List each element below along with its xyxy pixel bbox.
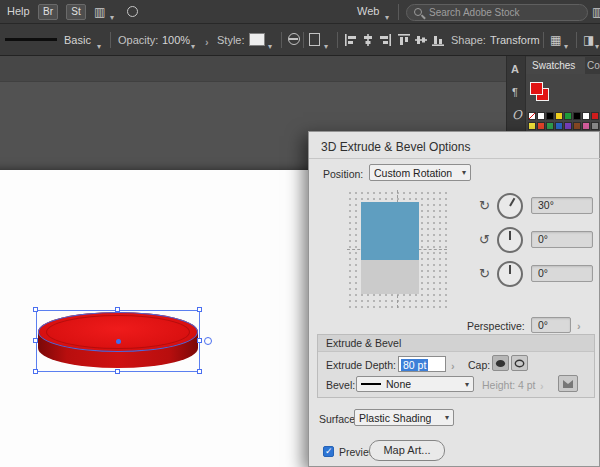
extrude-depth-chevron-icon[interactable] [451, 356, 455, 374]
globe-icon[interactable] [288, 33, 300, 45]
height-chevron-icon [540, 376, 544, 394]
dial-needle [509, 265, 511, 274]
selection-center-point[interactable] [116, 339, 121, 344]
selection-handle[interactable] [197, 338, 202, 343]
swatch[interactable] [546, 122, 554, 130]
stock-search-box[interactable] [406, 4, 588, 21]
align-bottom-icon[interactable] [431, 33, 445, 47]
rotate-y-field[interactable]: 0° [531, 231, 593, 248]
swatch[interactable] [564, 122, 572, 130]
expand-options-icon[interactable] [205, 32, 209, 50]
swatch[interactable] [546, 112, 554, 120]
bevel-select[interactable]: None ▾ [356, 376, 474, 392]
swatch[interactable] [564, 112, 572, 120]
sync-status-icon[interactable] [127, 6, 138, 17]
character-panel-icon[interactable]: A [511, 63, 519, 75]
constrain-icon[interactable]: ▦ [550, 34, 561, 46]
cap-label: Cap: [468, 359, 490, 371]
rotation-track-area[interactable] [347, 190, 447, 308]
selection-handle[interactable] [115, 369, 120, 374]
swatch[interactable] [537, 112, 545, 120]
opacity-chevron-icon[interactable] [191, 35, 195, 53]
height-value: 4 pt [518, 379, 536, 391]
selection-handle[interactable] [197, 369, 202, 374]
divider [281, 32, 282, 48]
selection-handle[interactable] [115, 307, 120, 312]
extrude-bevel-group: Extrude & Bevel Extrude Depth: 80 pt Cap… [317, 334, 595, 398]
group-title: Extrude & Bevel [326, 337, 401, 349]
cap-on-button[interactable] [492, 355, 509, 371]
search-input[interactable] [427, 5, 582, 20]
align-right-icon[interactable] [378, 33, 392, 47]
swatch[interactable] [573, 122, 581, 130]
selection-handle[interactable] [197, 307, 202, 312]
divider [543, 32, 544, 48]
swatch[interactable] [537, 122, 545, 130]
divider [303, 32, 304, 48]
rotate-z-value: 0° [538, 267, 548, 279]
swatch[interactable] [591, 122, 599, 130]
map-art-button[interactable]: Map Art... [369, 440, 445, 461]
stroke-style-dropdown[interactable]: Basic [64, 34, 91, 46]
constrain-chevron-icon[interactable] [564, 35, 568, 53]
options-icon[interactable]: ◨ [583, 34, 594, 46]
position-select[interactable]: Custom Rotation ▾ [369, 164, 471, 181]
divider [309, 158, 600, 159]
cap-off-button[interactable] [511, 355, 528, 371]
selection-handle[interactable] [33, 369, 38, 374]
menu-help[interactable]: Help [7, 5, 30, 17]
fill-proxy-swatch[interactable] [530, 82, 543, 95]
transform-link[interactable]: Transform [490, 34, 540, 46]
extrude-depth-input[interactable]: 80 pt [398, 356, 446, 372]
arrange-documents-icon[interactable]: ▥ [94, 6, 105, 18]
swatch[interactable] [582, 122, 590, 130]
bridge-button[interactable]: Br [38, 4, 58, 20]
rotate-x-dial[interactable] [497, 193, 523, 219]
align-middle-icon[interactable] [414, 33, 428, 47]
selection-handle[interactable] [33, 338, 38, 343]
style-chevron-icon[interactable] [268, 35, 272, 53]
align-left-icon[interactable] [344, 33, 358, 47]
options-chevron-icon[interactable] [595, 35, 599, 53]
perspective-field[interactable]: 0° [531, 317, 571, 333]
rotate-widget-icon[interactable] [204, 337, 212, 345]
swatch[interactable] [528, 122, 536, 130]
opentype-panel-icon[interactable]: O [512, 108, 522, 122]
surface-select[interactable]: Plastic Shading ▾ [354, 409, 454, 426]
stock-button[interactable]: St [66, 4, 86, 20]
swatch[interactable] [582, 112, 590, 120]
align-center-horizontal-icon[interactable] [361, 33, 375, 47]
swatch[interactable] [555, 122, 563, 130]
rotate-z-field[interactable]: 0° [531, 265, 593, 282]
rotate-y-dial[interactable] [497, 227, 523, 253]
opacity-label: Opacity: [118, 34, 158, 46]
surface-label: Surface: [319, 413, 358, 425]
preview-checkbox[interactable] [323, 446, 334, 457]
workspace-switcher[interactable]: Web [357, 5, 379, 17]
chevron-down-icon: ▾ [445, 413, 449, 422]
swatch[interactable] [591, 112, 599, 120]
tab-swatches[interactable]: Swatches [526, 57, 585, 74]
workspace-chevron-icon[interactable] [385, 6, 389, 24]
document-chevron-icon[interactable] [324, 35, 328, 53]
swatch[interactable] [555, 112, 563, 120]
cube-extrude-face [361, 260, 419, 294]
stroke-style-chevron-icon[interactable] [97, 35, 101, 53]
align-top-icon[interactable] [397, 33, 411, 47]
track-cube[interactable] [361, 202, 419, 294]
swatch[interactable] [573, 112, 581, 120]
paragraph-panel-icon[interactable]: ¶ [512, 86, 518, 98]
perspective-chevron-icon[interactable] [577, 316, 581, 334]
rotate-y-value: 0° [538, 233, 548, 245]
rotate-x-field[interactable]: 30° [531, 197, 593, 214]
selection-handle[interactable] [33, 307, 38, 312]
panel-toggle-icon[interactable]: ▥ [592, 6, 600, 18]
graphic-style-swatch[interactable] [249, 33, 265, 46]
rotate-z-dial[interactable] [497, 261, 523, 287]
document-setup-icon[interactable] [309, 33, 320, 46]
chevron-down-icon[interactable] [110, 6, 114, 24]
opacity-value[interactable]: 100% [162, 34, 190, 46]
stroke-preview[interactable] [5, 38, 57, 41]
swatch[interactable] [528, 112, 536, 120]
tab-color[interactable]: Col [585, 57, 600, 74]
